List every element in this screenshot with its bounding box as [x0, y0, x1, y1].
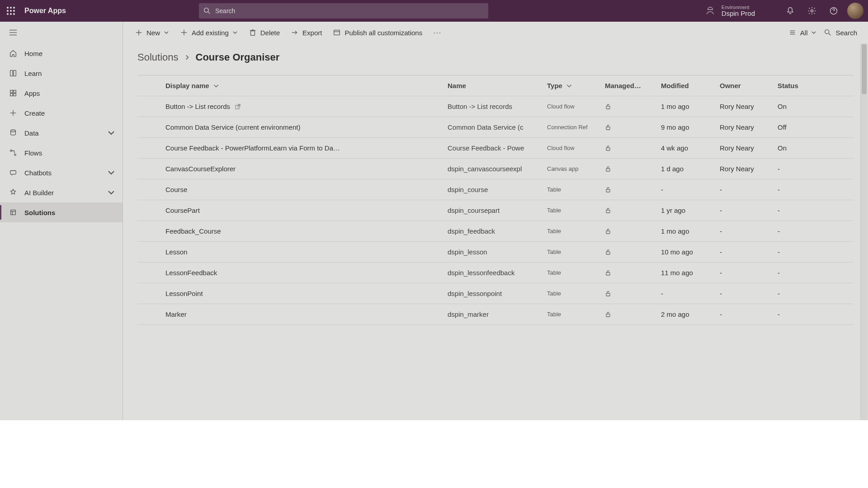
breadcrumb-current: Course Organiser: [196, 52, 280, 63]
chevron-down-icon: [232, 30, 238, 35]
cell-display-name[interactable]: Course: [160, 186, 427, 193]
table-row[interactable]: CanvasCourseExplorer⋯dspin_canvascoursee…: [137, 159, 854, 179]
global-search[interactable]: [199, 3, 488, 19]
cell-status: -: [772, 206, 817, 214]
table-row[interactable]: LessonFeedback⋯dspin_lessonfeedbackTable…: [137, 263, 854, 283]
cell-modified: -: [656, 186, 714, 193]
nav-item-solutions[interactable]: Solutions: [0, 202, 123, 222]
cell-managed: [599, 187, 656, 193]
cell-display-name[interactable]: Lesson: [160, 248, 427, 256]
col-managed[interactable]: Managed…: [599, 82, 656, 89]
table-row[interactable]: Feedback_Course⋯dspin_feedbackTable1 mo …: [137, 221, 854, 242]
notifications-button[interactable]: [779, 0, 801, 22]
view-filter-button[interactable]: All: [785, 25, 821, 40]
cell-modified: 2 mo ago: [656, 310, 714, 318]
learn-icon: [9, 69, 17, 77]
nav-item-chatbots[interactable]: Chatbots: [0, 163, 123, 183]
delete-button[interactable]: Delete: [244, 25, 284, 40]
col-display-name[interactable]: Display name: [160, 82, 427, 89]
open-external-icon: [235, 103, 241, 110]
more-commands-button[interactable]: ⋯: [429, 25, 446, 40]
scrollbar-thumb[interactable]: [862, 44, 867, 94]
cell-modified: 1 mo ago: [656, 103, 714, 110]
cell-modified: 1 yr ago: [656, 206, 714, 214]
help-button[interactable]: [823, 0, 844, 22]
cell-type: Table: [542, 290, 599, 297]
cell-status: -: [772, 290, 817, 297]
cell-display-name[interactable]: LessonPoint: [160, 290, 427, 297]
table-row[interactable]: Course Feedback - PowerPlatformLearn via…: [137, 138, 854, 159]
new-button[interactable]: New: [130, 25, 174, 40]
cell-display-name[interactable]: LessonFeedback: [160, 269, 427, 277]
cell-managed: [599, 270, 656, 276]
cell-display-name[interactable]: Course Feedback - PowerPlatformLearn via…: [160, 144, 427, 152]
svg-rect-27: [10, 171, 16, 174]
publish-button[interactable]: Publish all customizations: [328, 25, 427, 40]
svg-rect-54: [606, 210, 610, 213]
settings-button[interactable]: [801, 0, 823, 22]
col-status[interactable]: Status: [772, 82, 817, 89]
chatbots-icon: [9, 169, 17, 177]
cell-display-name[interactable]: Marker: [160, 310, 427, 318]
unlock-icon: [605, 145, 611, 151]
help-icon: [829, 6, 838, 15]
grid-search-button[interactable]: Search: [820, 25, 861, 40]
svg-rect-58: [606, 293, 610, 296]
nav-collapse-button[interactable]: [0, 22, 123, 43]
table-row[interactable]: Button -> List records⋯Button -> List re…: [137, 96, 854, 117]
nav-item-label: Solutions: [24, 209, 55, 216]
svg-point-0: [7, 7, 9, 9]
cell-display-name[interactable]: Button -> List records: [160, 103, 427, 110]
unlock-icon: [605, 270, 611, 276]
nav-item-aibuilder[interactable]: AI Builder: [0, 183, 123, 202]
cell-status: -: [772, 248, 817, 256]
cell-display-name[interactable]: CoursePart: [160, 206, 427, 214]
svg-line-10: [208, 12, 210, 14]
chevron-down-icon: [566, 83, 572, 89]
global-search-input[interactable]: [214, 7, 484, 15]
table-row[interactable]: Lesson⋯dspin_lessonTable10 mo ago--: [137, 242, 854, 263]
user-avatar[interactable]: [847, 3, 863, 19]
cell-managed: [599, 207, 656, 214]
table-row[interactable]: Course⋯dspin_courseTable---: [137, 179, 854, 200]
add-existing-button[interactable]: Add existing: [175, 25, 242, 40]
table-row[interactable]: CoursePart⋯dspin_coursepartTable1 yr ago…: [137, 200, 854, 221]
cell-display-name[interactable]: Feedback_Course: [160, 227, 427, 235]
export-icon: [291, 28, 299, 37]
col-type[interactable]: Type: [542, 82, 599, 89]
nav-item-apps[interactable]: Apps: [0, 83, 123, 103]
cell-owner: Rory Neary: [714, 123, 772, 131]
table-row[interactable]: Common Data Service (current environment…: [137, 117, 854, 138]
col-modified[interactable]: Modified: [656, 82, 714, 89]
nav-item-label: Chatbots: [24, 169, 52, 177]
export-button[interactable]: Export: [286, 25, 326, 40]
cell-status: On: [772, 103, 817, 110]
nav-item-home[interactable]: Home: [0, 43, 123, 63]
cell-display-name[interactable]: Common Data Service (current environment…: [160, 123, 427, 131]
breadcrumb-root[interactable]: Solutions: [137, 52, 179, 63]
unlock-icon: [605, 291, 611, 297]
nav-item-create[interactable]: Create: [0, 103, 123, 123]
data-icon: [9, 129, 17, 137]
cell-type: Cloud flow: [542, 145, 599, 151]
environment-picker[interactable]: Environment Dspin Prod: [705, 5, 755, 18]
nav-item-learn[interactable]: Learn: [0, 63, 123, 83]
cell-display-name[interactable]: CanvasCourseExplorer: [160, 165, 427, 173]
unlock-icon: [605, 311, 611, 318]
svg-rect-52: [606, 169, 610, 171]
trash-icon: [249, 28, 257, 37]
app-launcher-button[interactable]: [0, 0, 22, 22]
table-row[interactable]: Marker⋯dspin_markerTable2 mo ago--: [137, 304, 854, 325]
breadcrumb: Solutions Course Organiser: [137, 52, 854, 63]
nav-item-label: AI Builder: [24, 189, 54, 197]
nav-item-data[interactable]: Data: [0, 123, 123, 143]
cell-owner: -: [714, 290, 772, 297]
chevron-down-icon: [107, 169, 115, 177]
search-icon: [824, 28, 832, 37]
work-area: New Add existing Delete Export Publish a…: [123, 22, 868, 488]
cell-name: dspin_lesson: [442, 248, 542, 256]
col-name[interactable]: Name: [442, 82, 542, 89]
col-owner[interactable]: Owner: [714, 82, 772, 89]
nav-item-flows[interactable]: Flows: [0, 143, 123, 163]
table-row[interactable]: LessonPoint⋯dspin_lessonpointTable---: [137, 283, 854, 304]
